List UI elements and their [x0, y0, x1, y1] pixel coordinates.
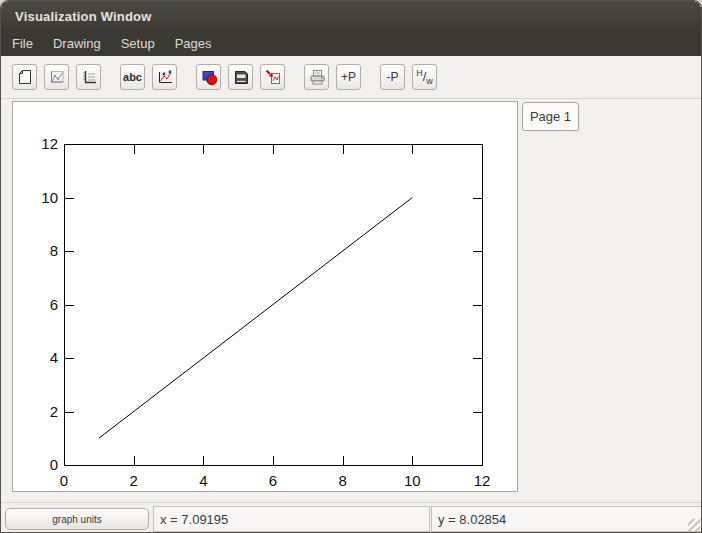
- axes-button[interactable]: [76, 64, 101, 90]
- add-page-icon: +P: [341, 70, 356, 84]
- abc-icon: abc: [123, 71, 142, 83]
- axes-icon: [80, 68, 98, 86]
- add-page-button[interactable]: +P: [336, 64, 361, 90]
- statusbar: graph units x = 7.09195 y = 8.02854: [1, 502, 701, 532]
- menubar: File Drawing Setup Pages: [1, 32, 701, 56]
- symbols-plot-icon: [156, 68, 174, 86]
- symbols-plot-button[interactable]: [152, 64, 177, 90]
- tab-label: Page 1: [530, 109, 571, 124]
- y-tick-label: 4: [50, 349, 58, 366]
- shapes-icon: [200, 68, 218, 86]
- y-tick-label: 8: [50, 242, 58, 259]
- y-tick-label: 2: [50, 403, 58, 420]
- graph-units-button[interactable]: graph units: [5, 508, 149, 530]
- y-tick-label: 6: [50, 296, 58, 313]
- titlebar[interactable]: Visualization Window: [1, 1, 701, 32]
- shapes-button[interactable]: [196, 64, 221, 90]
- aspect-ratio-button[interactable]: H/w: [412, 64, 437, 90]
- print-button[interactable]: [304, 64, 329, 90]
- blank-page-icon: [16, 68, 34, 86]
- y-tick-label: 0: [50, 456, 58, 473]
- menu-file[interactable]: File: [2, 32, 43, 56]
- new-page-button[interactable]: [12, 64, 37, 90]
- tab-page-1[interactable]: Page 1: [522, 102, 579, 131]
- toolbar: abc: [1, 56, 701, 99]
- main-area: 024681012024681012 Page 1: [1, 99, 701, 502]
- visualization-window: Visualization Window File Drawing Setup …: [0, 0, 702, 533]
- remove-page-button[interactable]: -P: [380, 64, 405, 90]
- y-coordinate-readout: y = 8.02854: [431, 506, 702, 532]
- export-page-icon: [264, 68, 282, 86]
- x-tick-label: 0: [60, 472, 68, 489]
- plot-canvas[interactable]: 024681012024681012: [13, 102, 517, 491]
- y-tick-label: 12: [41, 135, 58, 152]
- export-page-button[interactable]: [260, 64, 285, 90]
- x-tick-label: 8: [338, 472, 346, 489]
- data-line: [99, 198, 413, 439]
- menu-pages[interactable]: Pages: [165, 32, 222, 56]
- graph-icon: [48, 68, 66, 86]
- x-tick-label: 6: [269, 472, 277, 489]
- graph-button[interactable]: [44, 64, 69, 90]
- printer-icon: [308, 68, 326, 86]
- x-tick-label: 12: [474, 472, 491, 489]
- x-tick-label: 10: [404, 472, 421, 489]
- x-coordinate-readout: x = 7.09195: [153, 506, 430, 532]
- x-tick-label: 2: [129, 472, 137, 489]
- menu-setup[interactable]: Setup: [111, 32, 165, 56]
- floppy-disk-icon: [232, 68, 250, 86]
- x-tick-label: 4: [199, 472, 207, 489]
- y-tick-label: 10: [41, 189, 58, 206]
- save-button[interactable]: [228, 64, 253, 90]
- resize-grip[interactable]: [688, 519, 700, 531]
- menu-drawing[interactable]: Drawing: [43, 32, 111, 56]
- plot-frame: [65, 145, 483, 466]
- aspect-ratio-icon: H/w: [416, 69, 433, 86]
- window-title: Visualization Window: [15, 9, 152, 24]
- text-button[interactable]: abc: [120, 64, 145, 90]
- plot-page[interactable]: 024681012024681012: [12, 101, 518, 492]
- remove-page-icon: -P: [387, 70, 399, 84]
